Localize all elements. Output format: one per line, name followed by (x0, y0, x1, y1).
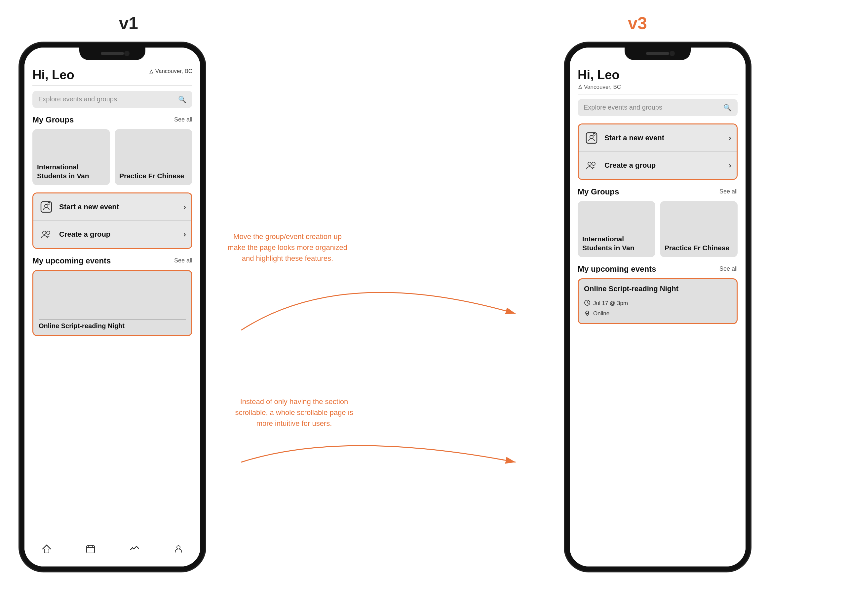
start-event-text-v3: Start a new event (605, 134, 723, 142)
speaker-v1 (101, 52, 124, 55)
search-placeholder-v3: Explore events and groups (584, 104, 662, 111)
notch-v1 (79, 47, 146, 60)
search-bar-v1[interactable]: Explore events and groups 🔍 (32, 91, 192, 108)
svg-rect-5 (44, 549, 49, 553)
create-group-chevron-v3: › (729, 161, 731, 170)
header-v3: Hi, Leo (578, 68, 738, 82)
create-group-btn-v1[interactable]: Create a group › (33, 221, 191, 248)
group-card-2-label-v3: Practice Fr Chinese (665, 243, 729, 252)
group-cards-v3: International Students in Van Practice F… (578, 201, 738, 257)
group-card-2-label-v1: Practice Fr Chinese (119, 171, 184, 180)
my-groups-title-v1: My Groups (32, 115, 74, 125)
v3-label: v3 (628, 13, 647, 33)
create-group-text-v1: Create a group (59, 230, 178, 239)
group-card-1-label-v1: International Students in Van (37, 163, 105, 180)
greeting-v1: Hi, Leo (32, 68, 74, 82)
divider-header-v3 (578, 94, 738, 94)
nav-calendar-v1[interactable] (85, 544, 96, 557)
svg-point-4 (47, 231, 50, 235)
location-pin-icon-v3 (584, 309, 590, 318)
see-all-events-v3[interactable]: See all (719, 265, 738, 272)
upcoming-events-title-v1: My upcoming events (32, 256, 111, 265)
create-group-btn-v3[interactable]: Create a group › (579, 152, 737, 179)
screen-v1: Hi, Leo ♙ Vancouver, BC Explore events a… (25, 47, 200, 566)
start-event-btn-v3[interactable]: Start a new event › (579, 125, 737, 152)
see-all-groups-v3[interactable]: See all (719, 188, 738, 195)
event-card-v1[interactable]: Online Script-reading Night (32, 270, 192, 336)
v1-label: v1 (119, 13, 138, 33)
upcoming-events-title-v3: My upcoming events (578, 264, 656, 274)
group-cards-v1: International Students in Van Practice F… (32, 129, 192, 185)
my-groups-header-v3: My Groups See all (578, 187, 738, 197)
search-bar-v3[interactable]: Explore events and groups 🔍 (578, 99, 738, 116)
svg-point-7 (177, 546, 180, 549)
location-text-v1: Vancouver, BC (155, 68, 192, 75)
bottom-nav-v1 (25, 537, 200, 566)
clock-icon-v3 (584, 299, 590, 308)
group-icon-v3 (584, 158, 599, 173)
greeting-v3: Hi, Leo (578, 68, 738, 82)
group-card-1-v3[interactable]: International Students in Van (578, 201, 655, 257)
svg-point-3 (43, 231, 46, 235)
location-text-v3: Vancouver, BC (584, 84, 621, 91)
start-event-chevron-v1: › (183, 202, 186, 211)
group-icon-v1 (39, 227, 54, 242)
action-buttons-v3: Start a new event › Create a group › (578, 123, 738, 180)
create-group-text-v3: Create a group (605, 161, 723, 170)
screen-v3: Hi, Leo ♙ Vancouver, BC Explore events a… (570, 47, 746, 566)
camera-v1 (124, 51, 129, 56)
event-location-detail-v3: Online (584, 309, 731, 318)
location-v1: ♙ Vancouver, BC (149, 68, 192, 76)
svg-point-10 (593, 133, 595, 135)
arrow-2 (212, 363, 575, 528)
svg-rect-6 (87, 546, 94, 553)
svg-point-1 (45, 204, 48, 208)
nav-handshake-v1[interactable] (129, 544, 140, 557)
phone-v1: Hi, Leo ♙ Vancouver, BC Explore events a… (20, 43, 205, 571)
location-v3: ♙ Vancouver, BC (578, 84, 738, 91)
notch-v3 (625, 47, 691, 60)
start-event-chevron-v3: › (729, 133, 731, 142)
my-groups-title-v3: My Groups (578, 187, 619, 197)
svg-point-12 (592, 162, 595, 166)
event-card-title-v1: Online Script-reading Night (39, 319, 186, 330)
camera-v3 (669, 51, 675, 56)
group-card-2-v3[interactable]: Practice Fr Chinese (660, 201, 738, 257)
start-event-text-v1: Start a new event (59, 203, 178, 211)
event-card-v3[interactable]: Online Script-reading Night Jul 17 @ 3pm… (578, 278, 738, 324)
search-placeholder-v1: Explore events and groups (38, 95, 117, 103)
see-all-groups-v1[interactable]: See all (174, 116, 192, 123)
group-card-1-v1[interactable]: International Students in Van (32, 129, 110, 185)
svg-point-11 (588, 162, 591, 166)
header-v1: Hi, Leo ♙ Vancouver, BC (32, 68, 192, 82)
event-date-detail-v3: Jul 17 @ 3pm (584, 299, 731, 308)
search-icon-v3: 🔍 (723, 104, 732, 111)
create-group-chevron-v1: › (183, 230, 186, 239)
location-icon-v3: ♙ (578, 84, 583, 91)
event-icon-v3 (584, 131, 599, 145)
phone-v3: Hi, Leo ♙ Vancouver, BC Explore events a… (565, 43, 750, 571)
action-buttons-v1: Start a new event › Create a group › (32, 192, 192, 249)
search-icon-v1: 🔍 (178, 95, 186, 103)
svg-point-14 (586, 311, 589, 314)
event-card-title-v3: Online Script-reading Night (584, 285, 731, 296)
see-all-events-v1[interactable]: See all (174, 257, 192, 264)
nav-home-v1[interactable] (41, 544, 52, 557)
svg-point-2 (48, 202, 50, 204)
upcoming-events-header-v3: My upcoming events See all (578, 264, 738, 274)
svg-point-9 (590, 135, 593, 139)
group-card-2-v1[interactable]: Practice Fr Chinese (115, 129, 192, 185)
speaker-v3 (646, 52, 669, 55)
nav-profile-v1[interactable] (173, 544, 184, 557)
my-groups-header-v1: My Groups See all (32, 115, 192, 125)
location-icon-v1: ♙ (149, 68, 154, 76)
event-location-text-v3: Online (593, 310, 609, 317)
event-icon-v1 (39, 199, 54, 214)
divider-header-v1 (32, 85, 192, 86)
group-card-1-label-v3: International Students in Van (582, 235, 651, 252)
event-date-text-v3: Jul 17 @ 3pm (593, 300, 628, 307)
upcoming-events-header-v1: My upcoming events See all (32, 256, 192, 265)
start-event-btn-v1[interactable]: Start a new event › (33, 194, 191, 221)
